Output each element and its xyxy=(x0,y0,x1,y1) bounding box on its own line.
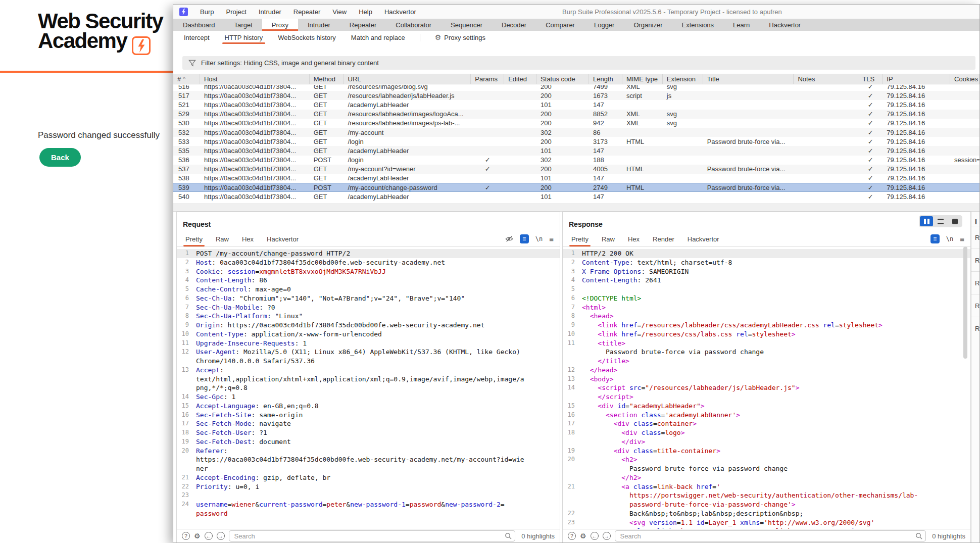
request-tab-raw[interactable]: Raw xyxy=(209,231,235,246)
table-row-537[interactable]: 537https://0aca003c04d1bf73804...GET/my-… xyxy=(173,165,979,174)
menu-hackvertor[interactable]: Hackvertor xyxy=(384,8,416,16)
tab-repeater[interactable]: Repeater xyxy=(340,19,386,31)
tab-proxy[interactable]: Proxy xyxy=(262,19,298,31)
table-row-535[interactable]: 535https://0aca003c04d1bf73804...GET/aca… xyxy=(173,146,979,155)
layout-single-icon[interactable] xyxy=(948,216,961,226)
col-header-edited[interactable]: Edited xyxy=(504,74,536,84)
inspector-item-1[interactable]: R xyxy=(971,226,980,249)
response-code-line: 21 <a class=link-back href=' xyxy=(563,482,970,491)
request-tab-hackvertor[interactable]: Hackvertor xyxy=(260,231,305,246)
inspector-item-4[interactable]: R xyxy=(971,294,980,317)
response-tab-render[interactable]: Render xyxy=(646,231,681,246)
layout-rows-icon[interactable] xyxy=(934,216,947,226)
tab-collaborator[interactable]: Collaborator xyxy=(386,19,441,31)
col-header-mime-type[interactable]: MIME type xyxy=(622,74,663,84)
subtab-http-history[interactable]: HTTP history xyxy=(217,31,271,44)
subtab-proxy-settings[interactable]: ⚙Proxy settings xyxy=(427,31,493,44)
tab-target[interactable]: Target xyxy=(225,19,262,31)
tab-learn[interactable]: Learn xyxy=(723,19,759,31)
help-icon[interactable]: ? xyxy=(182,532,190,540)
col-header--[interactable]: #^ xyxy=(173,74,200,84)
filter-settings-bar[interactable]: Filter settings: Hiding CSS, image and g… xyxy=(182,56,975,70)
request-tab-pretty[interactable]: Pretty xyxy=(179,231,209,246)
col-header-notes[interactable]: Notes xyxy=(794,74,858,84)
table-row-530[interactable]: 530https://0aca003c04d1bf73804...GET/res… xyxy=(173,119,979,128)
col-header-ip[interactable]: IP xyxy=(883,74,950,84)
response-tab-hackvertor[interactable]: Hackvertor xyxy=(681,231,726,246)
col-header-status-code[interactable]: Status code xyxy=(536,74,589,84)
tab-decoder[interactable]: Decoder xyxy=(492,19,536,31)
menu-project[interactable]: Project xyxy=(226,8,246,16)
line-number xyxy=(563,500,578,509)
soft-wrap-icon[interactable]: ≡ xyxy=(520,234,529,243)
next-match-icon[interactable]: → xyxy=(603,532,611,540)
search-settings-gear-icon[interactable]: ⚙ xyxy=(194,532,201,540)
search-settings-gear-icon[interactable]: ⚙ xyxy=(580,532,586,540)
prev-match-icon[interactable]: ← xyxy=(205,532,213,540)
col-header-title[interactable]: Title xyxy=(703,74,794,84)
line-content: </div> xyxy=(578,437,645,447)
hide-eye-icon[interactable] xyxy=(505,235,513,242)
tab-logger[interactable]: Logger xyxy=(584,19,624,31)
layout-columns-icon[interactable] xyxy=(920,216,933,226)
tab-extensions[interactable]: Extensions xyxy=(672,19,724,31)
main-tab-bar: DashboardTargetProxyIntruderRepeaterColl… xyxy=(173,19,979,31)
response-tab-pretty[interactable]: Pretty xyxy=(565,231,595,246)
menu-help[interactable]: Help xyxy=(359,8,372,16)
soft-wrap-icon[interactable]: ≡ xyxy=(930,234,940,243)
tab-organizer[interactable]: Organizer xyxy=(624,19,672,31)
col-header-tls[interactable]: TLS xyxy=(858,74,883,84)
tab-hackvertor[interactable]: Hackvertor xyxy=(759,19,810,31)
col-header-host[interactable]: Host xyxy=(200,74,310,84)
col-header-length[interactable]: Length xyxy=(589,74,622,84)
col-header-method[interactable]: Method xyxy=(310,74,344,84)
line-content: <div id="academyLabHeader"> xyxy=(578,402,705,411)
back-button[interactable]: Back xyxy=(39,148,81,167)
table-row-533[interactable]: 533https://0aca003c04d1bf73804...GET/log… xyxy=(173,137,979,146)
response-search-input[interactable] xyxy=(615,530,926,541)
col-header-extension[interactable]: Extension xyxy=(663,74,703,84)
table-row-517[interactable]: 517https://0aca003c04d1bf73804...GET/res… xyxy=(173,91,979,100)
table-row-536[interactable]: 536https://0aca003c04d1bf73804...POST/lo… xyxy=(173,156,979,165)
newline-toggle-icon[interactable]: \n xyxy=(946,235,953,242)
response-tab-raw[interactable]: Raw xyxy=(595,231,621,246)
table-row-540[interactable]: 540https://0aca003c04d1bf73804...GET/aca… xyxy=(173,192,979,201)
horizontal-splitter[interactable] xyxy=(173,204,979,212)
table-row-532[interactable]: 532https://0aca003c04d1bf73804...GET/my-… xyxy=(173,128,979,137)
tab-dashboard[interactable]: Dashboard xyxy=(173,19,225,31)
inspector-item-2[interactable]: R xyxy=(971,249,980,271)
tab-comparer[interactable]: Comparer xyxy=(536,19,584,31)
col-header-params[interactable]: Params xyxy=(471,74,504,84)
response-editor[interactable]: 1HTTP/2 200 OK2Content-Type: text/html; … xyxy=(563,248,970,529)
inspector-item-3[interactable]: R xyxy=(971,271,980,294)
newline-toggle-icon[interactable]: \n xyxy=(535,235,543,242)
response-scrollbar[interactable] xyxy=(963,246,967,359)
tab-intruder[interactable]: Intruder xyxy=(298,19,340,31)
table-row-521[interactable]: 521https://0aca003c04d1bf73804...GET/aca… xyxy=(173,100,979,109)
menu-intruder[interactable]: Intruder xyxy=(259,8,281,16)
subtab-websockets-history[interactable]: WebSockets history xyxy=(270,31,344,44)
table-row-529[interactable]: 529https://0aca003c04d1bf73804...GET/res… xyxy=(173,110,979,119)
response-tab-hex[interactable]: Hex xyxy=(621,231,646,246)
col-header-cookies[interactable]: Cookies xyxy=(950,74,979,84)
request-tab-hex[interactable]: Hex xyxy=(235,231,260,246)
menu-burp[interactable]: Burp xyxy=(200,8,214,16)
editor-menu-icon[interactable]: ≡ xyxy=(549,235,554,243)
next-match-icon[interactable]: → xyxy=(217,532,225,540)
subtab-intercept[interactable]: Intercept xyxy=(176,31,217,44)
table-row-538[interactable]: 538https://0aca003c04d1bf73804...GET/aca… xyxy=(173,174,979,183)
col-header-url[interactable]: URL xyxy=(344,74,471,84)
editor-menu-icon[interactable]: ≡ xyxy=(960,235,964,243)
tab-sequencer[interactable]: Sequencer xyxy=(441,19,492,31)
inspector-item-5[interactable]: R xyxy=(971,317,980,339)
table-row-539[interactable]: 539https://0aca003c04d1bf73804...POST/my… xyxy=(173,183,979,192)
request-editor[interactable]: 1POST /my-account/change-password HTTP/2… xyxy=(177,248,560,529)
request-search-input[interactable] xyxy=(229,530,516,541)
table-row-516[interactable]: 516https://0aca003c04d1bf73804...GET/res… xyxy=(173,85,979,91)
prev-match-icon[interactable]: ← xyxy=(591,532,599,540)
menu-repeater[interactable]: Repeater xyxy=(293,8,320,16)
subtab-match-and-replace[interactable]: Match and replace xyxy=(344,31,413,44)
help-icon[interactable]: ? xyxy=(568,532,576,540)
col-label: Status code xyxy=(541,75,575,83)
menu-view[interactable]: View xyxy=(332,8,347,16)
